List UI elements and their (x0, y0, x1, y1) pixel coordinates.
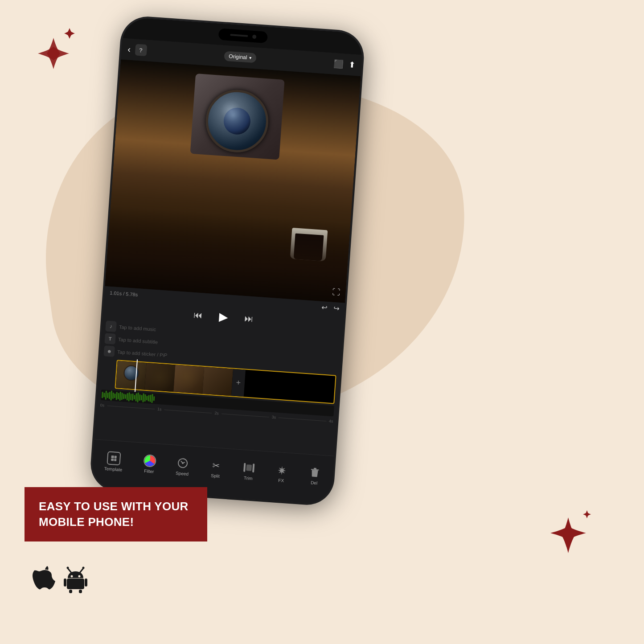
sparkle-bottomright (537, 502, 599, 566)
svg-rect-13 (79, 590, 82, 593)
delete-toolbar-item[interactable]: Del (308, 466, 321, 486)
speed-label: Speed (176, 471, 189, 476)
template-label: Template (104, 466, 122, 472)
filter-toolbar-item[interactable]: Filter (143, 454, 156, 474)
delete-label: Del (311, 480, 318, 485)
svg-point-7 (71, 575, 73, 578)
phone-frame: ‹ ? Original ▾ ⬛ ⬆ (91, 16, 364, 505)
undo-button[interactable]: ↩ (321, 303, 328, 312)
promo-headline: EASY TO USE WITH YOUR MOBILE PHONE! (39, 499, 193, 530)
split-label: Split (211, 473, 220, 479)
svg-point-5 (67, 567, 69, 569)
video-thumb-1 (115, 361, 146, 390)
video-thumb-add[interactable]: + (231, 369, 246, 397)
text-add-icon: T (108, 336, 112, 341)
promo-label: EASY TO USE WITH YOUR MOBILE PHONE! (25, 487, 207, 541)
music-add-icon: ♪ (110, 323, 113, 329)
skip-start-button[interactable]: ⏮ (193, 310, 203, 320)
subtitle-track-label: Tap to add subtitle (118, 336, 158, 345)
music-track-label: Tap to add music (119, 324, 156, 332)
platform-icons (32, 566, 88, 595)
phone-wrapper: ‹ ? Original ▾ ⬛ ⬆ (91, 16, 364, 505)
template-toolbar-item[interactable]: Template (104, 451, 123, 472)
fullscreen-button[interactable]: ⛶ (332, 287, 340, 297)
trim-toolbar-item[interactable]: Trim (242, 461, 256, 481)
svg-line-4 (80, 568, 83, 573)
save-icon[interactable]: ⬛ (333, 59, 344, 69)
svg-rect-11 (85, 578, 87, 587)
trim-label: Trim (244, 476, 253, 481)
back-button[interactable]: ‹ (127, 44, 131, 54)
phone-screen: ‹ ? Original ▾ ⬛ ⬆ (91, 38, 362, 505)
split-toolbar-item[interactable]: ✂ Split (209, 459, 223, 479)
mode-selector[interactable]: Original ▾ (224, 51, 256, 63)
video-thumb-3 (173, 365, 204, 394)
sticker-track-label: Tap to add sticker / PiP (117, 349, 168, 358)
play-button[interactable]: ▶ (214, 308, 233, 326)
redo-button[interactable]: ↪ (333, 304, 339, 313)
skip-end-button[interactable]: ⏭ (244, 313, 254, 324)
video-preview: ⛶ (105, 59, 361, 303)
speed-toolbar-item[interactable]: Speed (176, 456, 190, 476)
time-display: 1.01s / 5.78s (110, 290, 138, 297)
svg-rect-10 (64, 578, 66, 587)
fx-toolbar-item[interactable]: FX (275, 464, 288, 484)
svg-point-6 (82, 567, 85, 569)
sticker-add-icon: ☻ (107, 349, 112, 354)
svg-point-8 (78, 575, 81, 578)
video-thumb-2 (144, 363, 175, 392)
apple-icon (32, 566, 55, 595)
editing-area: 1.01s / 5.78s ↩ ↪ ⏮ ▶ ⏭ (94, 286, 345, 456)
sparkle-topleft (25, 25, 82, 84)
android-icon (63, 566, 88, 595)
help-icon[interactable]: ? (139, 47, 143, 54)
svg-rect-9 (67, 578, 84, 589)
svg-rect-12 (69, 590, 72, 593)
export-icon[interactable]: ⬆ (349, 60, 356, 70)
svg-line-3 (68, 568, 71, 573)
video-thumb-4 (202, 367, 233, 396)
filter-label: Filter (144, 468, 154, 474)
fx-label: FX (278, 478, 284, 483)
